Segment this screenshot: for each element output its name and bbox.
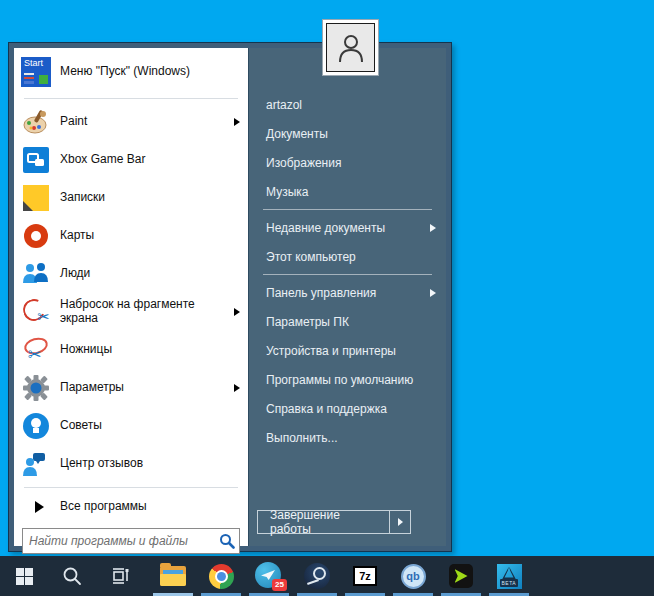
windows-logo-icon (16, 568, 33, 585)
submenu-arrow-icon (234, 384, 240, 392)
item-label: Программы по умолчанию (266, 373, 413, 387)
menu-item-control-panel[interactable]: Панель управления (249, 278, 446, 307)
item-label: Записки (60, 191, 105, 205)
menu-item-devices-and-printers[interactable]: Устройства и принтеры (249, 336, 446, 365)
item-label: Люди (60, 267, 90, 281)
taskbar-chrome[interactable] (197, 556, 245, 596)
paint-icon (20, 106, 52, 138)
menu-item-people[interactable]: Люди (14, 255, 248, 293)
sticky-notes-icon (20, 182, 52, 214)
snip-sketch-icon: ✂ (20, 296, 52, 328)
settings-gear-icon (20, 372, 52, 404)
beta-badge: BETA (500, 579, 519, 587)
item-label: Панель управления (266, 286, 376, 300)
task-view-button[interactable] (96, 556, 144, 596)
menu-item-run[interactable]: Выполнить... (249, 423, 446, 452)
item-label: Устройства и принтеры (266, 344, 396, 358)
search-icon (62, 566, 82, 586)
item-label: Недавние документы (266, 221, 385, 235)
taskbar-steam[interactable] (293, 556, 341, 596)
item-label: Paint (60, 115, 87, 129)
steam-icon (304, 563, 330, 589)
start-menu-left-panel: Start Меню "Пуск" (Windows) Paint (14, 48, 248, 546)
submenu-arrow-icon (234, 118, 240, 126)
taskbar-playnite[interactable] (437, 556, 485, 596)
separator (263, 274, 432, 275)
search-input[interactable] (29, 534, 219, 548)
shutdown-button[interactable]: Завершение работы (257, 510, 411, 534)
menu-item-documents[interactable]: Документы (249, 119, 446, 148)
start-menu-style-icon: Start (20, 56, 52, 88)
start-button[interactable] (0, 556, 48, 596)
menu-item-pc-settings[interactable]: Параметры ПК (249, 307, 446, 336)
menu-item-recent-documents[interactable]: Недавние документы (249, 213, 446, 242)
item-label: Меню "Пуск" (Windows) (60, 65, 190, 79)
start-tile-text: Start (24, 58, 43, 68)
search-icon[interactable] (219, 533, 235, 549)
shutdown-options-arrow[interactable] (389, 511, 410, 533)
unread-count-badge: 25 (272, 579, 287, 591)
menu-item-snipping-tool[interactable]: ✂ Ножницы (14, 331, 248, 369)
item-label: Параметры (60, 381, 124, 395)
submenu-arrow-icon (398, 518, 403, 526)
xbox-game-bar-icon (20, 144, 52, 176)
taskbar-affinity[interactable]: BETA (485, 556, 533, 596)
task-view-icon (109, 565, 131, 587)
submenu-arrow-icon (430, 224, 436, 232)
all-programs-item[interactable]: Все программы (14, 492, 248, 522)
people-icon (20, 258, 52, 290)
menu-item-xbox-game-bar[interactable]: Xbox Game Bar (14, 141, 248, 179)
menu-item-start-menu-windows[interactable]: Start Меню "Пуск" (Windows) (14, 50, 248, 94)
menu-item-tips[interactable]: Советы (14, 407, 248, 445)
item-label: Центр отзывов (60, 457, 143, 471)
taskbar-7zip[interactable]: 7z (341, 556, 389, 596)
item-label: Xbox Game Bar (60, 153, 145, 167)
menu-item-default-programs[interactable]: Программы по умолчанию (249, 365, 446, 394)
menu-item-sticky-notes[interactable]: Записки (14, 179, 248, 217)
submenu-arrow-icon (234, 308, 240, 316)
item-label: Карты (60, 229, 94, 243)
menu-item-settings[interactable]: Параметры (14, 369, 248, 407)
shutdown-label: Завершение работы (258, 511, 389, 533)
maps-icon (20, 220, 52, 252)
menu-item-feedback-hub[interactable]: Центр отзывов (14, 445, 248, 483)
item-label: Изображения (266, 156, 341, 170)
item-label: Все программы (60, 500, 147, 514)
user-avatar[interactable] (323, 20, 378, 75)
desktop: { "colors": { "desktop_bg": "#00a8f0", "… (0, 0, 654, 596)
taskbar-telegram[interactable]: 25 (245, 556, 293, 596)
item-label: Справка и поддержка (266, 402, 387, 416)
menu-item-pictures[interactable]: Изображения (249, 148, 446, 177)
item-label: Параметры ПК (266, 315, 349, 329)
item-label: Музыка (266, 185, 308, 199)
menu-item-help-and-support[interactable]: Справка и поддержка (249, 394, 446, 423)
submenu-arrow-icon (430, 289, 436, 297)
search-row (14, 522, 248, 554)
taskbar-qbittorrent[interactable]: qb (389, 556, 437, 596)
item-label: Советы (60, 419, 102, 433)
start-menu-window: Start Меню "Пуск" (Windows) Paint (8, 42, 452, 552)
taskbar: 25 7z qb BETA (0, 556, 654, 596)
menu-item-this-pc[interactable]: Этот компьютер (249, 242, 446, 271)
qbittorrent-icon: qb (401, 564, 426, 589)
search-box[interactable] (22, 528, 240, 554)
feedback-hub-icon (20, 448, 52, 480)
shutdown-row: Завершение работы (249, 510, 446, 546)
item-label: artazol (266, 98, 302, 112)
chrome-icon (209, 564, 234, 589)
taskbar-file-explorer[interactable] (149, 556, 197, 596)
playnite-icon (449, 564, 473, 588)
separator (24, 487, 238, 488)
item-label: Документы (266, 127, 328, 141)
menu-item-user-artazol[interactable]: artazol (249, 90, 446, 119)
item-label: Этот компьютер (266, 250, 356, 264)
item-label: Набросок на фрагменте экрана (60, 298, 220, 326)
taskbar-search-button[interactable] (48, 556, 96, 596)
menu-item-music[interactable]: Музыка (249, 177, 446, 206)
separator (263, 209, 432, 210)
menu-item-maps[interactable]: Карты (14, 217, 248, 255)
menu-item-paint[interactable]: Paint (14, 103, 248, 141)
tips-lightbulb-icon (20, 410, 52, 442)
menu-item-snip-and-sketch[interactable]: ✂ Набросок на фрагменте экрана (14, 293, 248, 331)
start-menu-right-panel: artazol Документы Изображения Музыка Нед… (248, 48, 446, 546)
